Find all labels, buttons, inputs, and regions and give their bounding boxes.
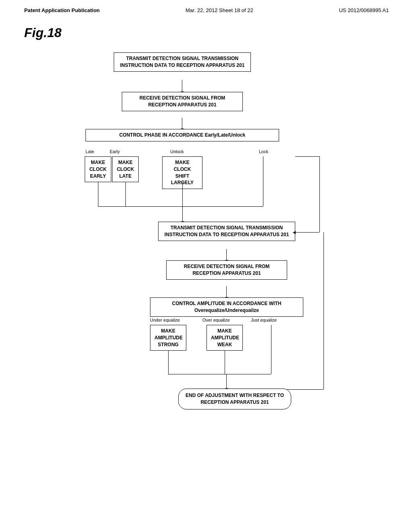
line-amp-merge [168,374,271,374]
arrow-to-end [226,374,227,389]
line-v-lock [263,156,263,206]
line-v-shift [182,182,183,206]
arrow-left-mid [295,232,319,233]
box-make-clock-late: MAKE CLOCK LATE [112,156,139,182]
arrow-merge [182,206,183,222]
label-lock: Lock [259,149,268,154]
header-right: US 2012/0068995 A1 [339,7,389,13]
box-receive-top: RECEIVE DETECTION SIGNAL FROM RECEPTION … [122,92,243,111]
label-early: Early [110,149,120,154]
line-loop-amp [323,232,324,389]
label-late: Late [86,149,94,154]
arrow-2 [182,118,182,129]
flowchart: TRANSMIT DETECTION SIGNAL TRANSMISSION I… [33,52,380,496]
box-receive-mid: RECEIVE DETECTION SIGNAL FROM RECEPTION … [166,260,287,280]
page-header: Patent Application Publication Mar. 22, … [0,0,413,17]
header-left: Patent Application Publication [24,7,100,13]
label-under: Under equalize [150,318,180,322]
box-make-amp-strong: MAKE AMPLITUDE STRONG [150,325,186,351]
line-v-early [98,182,98,206]
box-control-phase: CONTROL PHASE IN ACCORDANCE Early/Late/U… [86,129,279,141]
label-over: Over equalize [202,318,230,322]
box-end: END OF ADJUSTMENT WITH RESPECT TO RECEPT… [178,389,291,409]
arrow-1 [182,80,182,92]
arrow-4 [226,286,227,297]
box-make-amp-weak: MAKE AMPLITUDE WEAK [206,325,243,351]
header-center: Mar. 22, 2012 Sheet 18 of 22 [186,7,253,13]
line-v-late [125,182,126,206]
box-transmit-top: TRANSMIT DETECTION SIGNAL TRANSMISSION I… [114,52,251,72]
diagram-area: Fig.18 TRANSMIT DETECTION SIGNAL TRANSMI… [0,17,413,512]
line-merge-top [98,206,263,207]
line-right-mid [319,156,320,232]
label-just: Just equalize [251,318,277,322]
box-make-clock-early: MAKE CLOCK EARLY [85,156,111,182]
box-control-amp: CONTROL AMPLITUDE IN ACCORDANCE WITH Ove… [150,297,303,317]
line-right-h [295,156,319,157]
line-v-strong [168,351,169,374]
box-transmit-mid: TRANSMIT DETECTION SIGNAL TRANSMISSION I… [158,222,295,241]
line-v-just-eq [271,325,271,374]
arrow-3 [226,249,227,260]
line-v-weak [225,351,225,374]
label-unlock: Unlock [170,149,184,154]
fig-title: Fig.18 [24,25,389,40]
